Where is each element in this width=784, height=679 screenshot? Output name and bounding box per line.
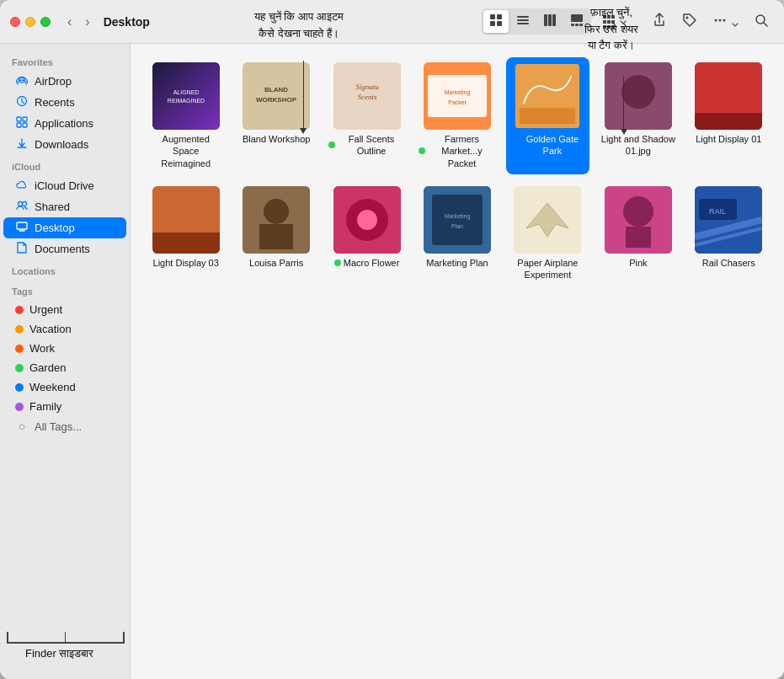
file-thumb-marketing: MarketingPlan <box>424 186 491 254</box>
svg-rect-5 <box>517 19 529 21</box>
svg-point-25 <box>718 19 721 21</box>
svg-rect-7 <box>544 14 547 26</box>
minimize-button[interactable] <box>25 17 35 27</box>
file-item-louisa[interactable]: Louisa Parris <box>234 181 317 286</box>
svg-point-63 <box>264 199 289 224</box>
svg-rect-32 <box>23 117 27 121</box>
back-button[interactable]: ‹ <box>64 13 75 31</box>
file-name-bland: Bland Workshop <box>243 133 311 145</box>
svg-point-67 <box>357 210 377 230</box>
urgent-dot <box>15 306 24 314</box>
file-item-fall[interactable]: SignatuScents Fall Scents Outline <box>325 57 408 174</box>
sidebar-item-weekend[interactable]: Weekend <box>3 377 126 397</box>
sidebar-item-urgent[interactable]: Urgent <box>3 300 126 319</box>
sidebar-item-family[interactable]: Family <box>3 397 126 416</box>
close-button[interactable] <box>10 17 20 27</box>
svg-rect-6 <box>517 23 529 24</box>
sidebar-item-icloud-drive[interactable]: iCloud Drive <box>3 175 126 196</box>
recents-icon <box>15 95 29 110</box>
sidebar-item-applications[interactable]: Applications <box>3 113 126 134</box>
toolbar-right <box>647 9 774 35</box>
sidebar-item-all-tags[interactable]: ○ All Tags... <box>3 416 126 436</box>
sidebar-item-downloads[interactable]: Downloads <box>3 134 126 155</box>
file-name-wrap-farmers: Farmers Market...y Packet <box>419 133 495 169</box>
family-label: Family <box>29 400 61 413</box>
desktop-label: Desktop <box>35 222 75 234</box>
gallery-view-button[interactable] <box>564 10 589 33</box>
file-name-wrap-golden: Golden Gate Park <box>509 133 586 158</box>
svg-point-26 <box>723 19 725 21</box>
file-item-farmers[interactable]: MarketingPacket Farmers Market...y Packe… <box>415 57 499 174</box>
more-button[interactable] <box>707 9 744 35</box>
sidebar-item-airdrop[interactable]: AirDrop <box>3 71 126 92</box>
sidebar: Favorites AirDrop Recents Applications <box>0 44 131 679</box>
file-item-marketing[interactable]: MarketingPlan Marketing Plan <box>415 181 499 286</box>
svg-rect-3 <box>497 21 502 26</box>
sidebar-item-work[interactable]: Work <box>3 339 126 358</box>
location-title: Desktop <box>104 15 150 29</box>
maximize-button[interactable] <box>40 17 51 27</box>
tags-label: Tags <box>0 280 130 300</box>
file-item-light03[interactable]: Light Display 03 <box>144 181 227 286</box>
downloads-label: Downloads <box>35 138 88 151</box>
icon-view-button[interactable] <box>483 10 509 33</box>
svg-text:Marketing: Marketing <box>445 213 471 220</box>
file-name-augmented: Augmented Space Reimagined <box>148 133 224 169</box>
file-item-light01[interactable]: Light Display 01 <box>687 57 771 174</box>
file-area: ALIGNEDREIMAGINED Augmented Space Reimag… <box>131 44 784 679</box>
titlebar: ‹ › Desktop <box>0 0 784 44</box>
sidebar-item-documents[interactable]: Documents <box>3 238 126 259</box>
svg-text:WORKSHOP: WORKSHOP <box>256 96 297 104</box>
file-item-paper[interactable]: Paper Airplane Experiment <box>506 181 589 286</box>
recents-label: Recents <box>35 96 75 109</box>
file-name-light03: Light Display 03 <box>153 257 219 269</box>
file-item-golden[interactable]: Golden Gate Park <box>506 57 589 174</box>
tag-dot-farmers <box>419 147 425 154</box>
sidebar-item-garden[interactable]: Garden <box>3 358 126 377</box>
svg-rect-18 <box>607 20 611 24</box>
documents-label: Documents <box>35 243 90 255</box>
file-item-pink[interactable]: Pink <box>596 181 680 286</box>
sidebar-item-recents[interactable]: Recents <box>3 92 126 113</box>
sidebar-item-desktop[interactable]: Desktop <box>3 217 126 238</box>
group-button[interactable] <box>598 12 632 32</box>
svg-rect-10 <box>571 14 583 22</box>
svg-point-57 <box>621 75 655 109</box>
garden-label: Garden <box>29 361 66 374</box>
svg-point-36 <box>19 202 23 206</box>
all-tags-icon: ○ <box>15 420 29 433</box>
file-item-rail[interactable]: RAIL Rail Chasers <box>687 181 771 286</box>
file-name-pink: Pink <box>629 257 647 269</box>
file-thumb-louisa <box>243 186 310 254</box>
svg-rect-2 <box>490 21 495 26</box>
icloud-drive-label: iCloud Drive <box>35 179 94 192</box>
svg-rect-9 <box>552 14 556 26</box>
svg-rect-12 <box>575 24 579 26</box>
file-item-augmented[interactable]: ALIGNEDREIMAGINED Augmented Space Reimag… <box>144 57 227 174</box>
share-button[interactable] <box>647 9 672 35</box>
column-view-button[interactable] <box>537 10 563 33</box>
svg-rect-13 <box>579 24 583 26</box>
svg-point-24 <box>714 19 717 21</box>
vacation-dot <box>15 325 24 334</box>
file-item-bland[interactable]: BLANDWORKSHOP Bland Workshop <box>234 57 317 174</box>
svg-rect-15 <box>607 15 611 19</box>
file-item-macro[interactable]: Macro Flower <box>325 181 408 286</box>
file-name-wrap-fall: Fall Scents Outline <box>328 133 405 158</box>
finder-window: यह चुनें कि आप आइटमकैसे देखना चाहते हैं।… <box>0 0 784 679</box>
forward-button[interactable]: › <box>82 13 93 31</box>
svg-rect-64 <box>259 224 293 249</box>
svg-text:Plan: Plan <box>451 223 463 229</box>
tag-button[interactable] <box>677 9 702 35</box>
file-item-light-shadow[interactable]: Light and Shadow 01.jpg <box>596 57 680 174</box>
file-thumb-rail: RAIL <box>695 186 762 254</box>
search-button[interactable] <box>749 9 774 35</box>
sidebar-item-vacation[interactable]: Vacation <box>3 319 126 339</box>
file-thumb-light-shadow <box>605 62 672 130</box>
svg-rect-17 <box>603 20 606 24</box>
shared-label: Shared <box>35 200 70 213</box>
airdrop-icon <box>15 74 29 88</box>
file-name-golden: Golden Gate Park <box>519 133 586 158</box>
sidebar-item-shared[interactable]: Shared <box>3 196 126 217</box>
list-view-button[interactable] <box>510 10 536 33</box>
